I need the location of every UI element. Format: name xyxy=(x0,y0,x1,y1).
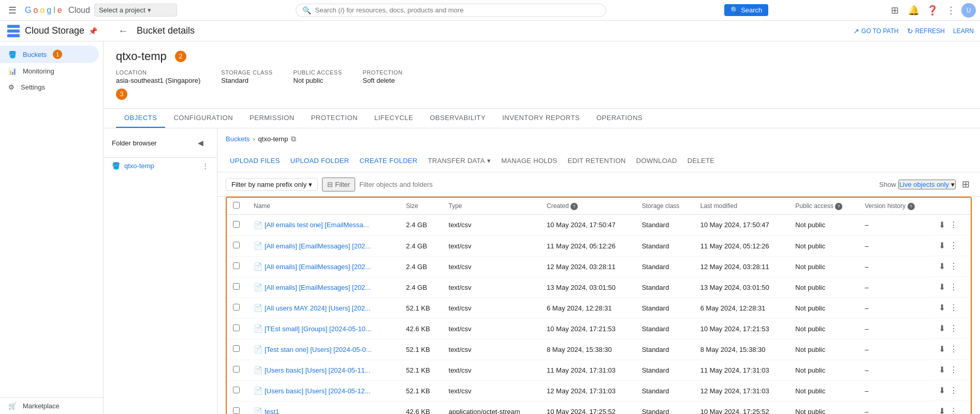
row-created-2: 12 May 2024, 03:28:11 xyxy=(540,256,636,277)
row-checkbox-1[interactable] xyxy=(233,242,240,248)
row-checkbox-0[interactable] xyxy=(233,221,240,228)
more-options-icon[interactable]: ⋮ xyxy=(943,2,959,19)
row-more-btn-6[interactable]: ⋮ xyxy=(948,343,959,355)
file-link-8[interactable]: [Users basic] [Users] [2024-05-12... xyxy=(265,387,370,395)
tab-lifecycle[interactable]: LIFECYCLE xyxy=(366,109,421,128)
sidebar-item-monitoring[interactable]: 📊 Monitoring xyxy=(0,63,99,79)
help-icon[interactable]: ❓ xyxy=(924,2,941,19)
row-more-btn-1[interactable]: ⋮ xyxy=(948,240,959,252)
table-row: 📄 [All users MAY 2024] [Users] [202... 5… xyxy=(227,298,971,318)
svg-rect-2 xyxy=(7,34,20,37)
created-info-icon[interactable]: ? xyxy=(571,203,578,210)
tab-permission[interactable]: PERMISSION xyxy=(241,109,303,128)
file-link-6[interactable]: [Test stan one] [Users] [2024-05-0... xyxy=(265,346,372,353)
tab-configuration[interactable]: CONFIGURATION xyxy=(165,109,241,128)
row-more-btn-0[interactable]: ⋮ xyxy=(948,219,959,231)
row-download-btn-7[interactable]: ⬇ xyxy=(938,364,946,376)
apps-icon[interactable]: ⊞ xyxy=(887,2,903,19)
row-more-btn-4[interactable]: ⋮ xyxy=(948,302,959,314)
file-link-5[interactable]: [TEst small] [Groups] [2024-05-10... xyxy=(265,325,371,333)
file-link-1[interactable]: [All emails] [EmailMessages] [202... xyxy=(265,242,371,250)
row-more-btn-2[interactable]: ⋮ xyxy=(948,260,959,272)
avatar[interactable]: U xyxy=(961,3,976,18)
tab-operations[interactable]: OPERATIONS xyxy=(588,109,651,128)
filter-input[interactable] xyxy=(359,181,875,188)
upload-folder-btn[interactable]: UPLOAD FOLDER xyxy=(286,154,354,168)
row-download-btn-8[interactable]: ⬇ xyxy=(938,385,946,396)
delete-btn[interactable]: DELETE xyxy=(683,154,719,168)
download-btn[interactable]: DOWNLOAD xyxy=(632,154,681,168)
go-to-path-link[interactable]: ↗ GO TO PATH xyxy=(853,27,899,35)
tab-observability[interactable]: OBSERVABILITY xyxy=(421,109,494,128)
file-link-7[interactable]: [Users basic] [Users] [2024-05-11... xyxy=(265,366,370,374)
row-download-btn-2[interactable]: ⬇ xyxy=(938,260,946,272)
row-checkbox-7[interactable] xyxy=(233,366,240,373)
row-more-btn-3[interactable]: ⋮ xyxy=(948,281,959,293)
row-checkbox-8[interactable] xyxy=(233,387,240,393)
row-checkbox-9[interactable] xyxy=(233,407,240,414)
tab-protection[interactable]: PROTECTION xyxy=(303,109,366,128)
transfer-data-btn[interactable]: TRANSFER DATA ▾ xyxy=(424,154,495,168)
menu-icon[interactable]: ☰ xyxy=(4,2,21,19)
file-icon-3: 📄 xyxy=(254,283,262,291)
sidebar-item-buckets[interactable]: 🪣 Buckets 1 xyxy=(0,46,99,63)
project-selector[interactable]: Select a project ▾ xyxy=(94,4,177,17)
row-download-btn-9[interactable]: ⬇ xyxy=(938,405,946,414)
sidebar-item-settings[interactable]: ⚙ Settings xyxy=(0,79,99,95)
row-more-btn-5[interactable]: ⋮ xyxy=(948,322,959,334)
row-download-btn-3[interactable]: ⬇ xyxy=(938,281,946,293)
file-link-0[interactable]: [All emails test one] [EmailMessa... xyxy=(265,221,369,229)
upload-files-btn[interactable]: UPLOAD FILES xyxy=(226,154,284,168)
copy-path-icon[interactable]: ⧉ xyxy=(291,135,296,143)
row-checkbox-4[interactable] xyxy=(233,304,240,310)
row-checkbox-6[interactable] xyxy=(233,345,240,352)
search-button[interactable]: 🔍 Search xyxy=(724,4,768,16)
search-input[interactable] xyxy=(315,6,599,14)
row-download-btn-5[interactable]: ⬇ xyxy=(938,322,946,334)
tab-objects[interactable]: OBJECTS xyxy=(116,109,165,128)
density-toggle-btn[interactable]: ⊞ xyxy=(960,176,972,192)
row-checkbox-2[interactable] xyxy=(233,262,240,269)
pin-icon[interactable]: 📌 xyxy=(89,27,97,35)
create-folder-btn[interactable]: CREATE FOLDER xyxy=(356,154,422,168)
file-link-2[interactable]: [All emails] [EmailMessages] [202... xyxy=(265,263,371,271)
learn-link[interactable]: LEARN xyxy=(953,27,974,35)
file-link-3[interactable]: [All emails] [EmailMessages] [202... xyxy=(265,284,371,291)
row-checkbox-5[interactable] xyxy=(233,324,240,331)
header-checkbox[interactable] xyxy=(233,202,240,209)
table-row: 📄 [Users basic] [Users] [2024-05-11... 5… xyxy=(227,360,971,380)
filter-icon-btn[interactable]: ⊟ Filter xyxy=(322,178,355,191)
manage-holds-btn[interactable]: MANAGE HOLDS xyxy=(497,154,561,168)
notifications-icon[interactable]: 🔔 xyxy=(905,2,922,19)
row-download-btn-1[interactable]: ⬇ xyxy=(938,240,946,252)
row-name-1: 📄 [All emails] [EmailMessages] [202... xyxy=(247,235,400,256)
location-group: Location asia-southeast1 (Singapore) xyxy=(116,69,200,84)
row-download-btn-4[interactable]: ⬇ xyxy=(938,302,946,314)
tab-inventory-reports[interactable]: INVENTORY REPORTS xyxy=(494,109,588,128)
row-more-btn-9[interactable]: ⋮ xyxy=(948,405,959,414)
folder-item-qtxo-temp[interactable]: 🪣 qtxo-temp ⋮ xyxy=(104,158,217,174)
folder-more-icon[interactable]: ⋮ xyxy=(202,162,209,170)
back-button[interactable]: ← xyxy=(116,23,130,39)
breadcrumb-buckets-link[interactable]: Buckets xyxy=(226,135,250,143)
file-link-4[interactable]: [All users MAY 2024] [Users] [202... xyxy=(265,304,371,312)
public-access-info-icon[interactable]: ? xyxy=(835,203,842,210)
live-objects-btn[interactable]: Live objects only ▾ xyxy=(898,180,956,189)
refresh-link[interactable]: ↻ REFRESH xyxy=(907,27,945,35)
edit-retention-btn[interactable]: EDIT RETENTION xyxy=(563,154,630,168)
topbar: ☰ Google Cloud Select a project ▾ 🔍 🔍 Se… xyxy=(0,0,980,21)
public-access-label: Public access xyxy=(294,69,342,76)
row-more-btn-8[interactable]: ⋮ xyxy=(948,385,959,396)
header-version-history: Version history ? xyxy=(859,198,931,215)
collapse-folder-panel-btn[interactable]: ◀ xyxy=(192,135,209,151)
file-link-9[interactable]: test1 xyxy=(265,408,279,415)
bucket-badge: 2 xyxy=(175,51,186,62)
version-history-info-icon[interactable]: ? xyxy=(908,203,915,210)
filter-prefix-btn[interactable]: Filter by name prefix only ▾ xyxy=(226,178,318,191)
row-version-history-3: – xyxy=(859,277,931,298)
row-download-btn-6[interactable]: ⬇ xyxy=(938,343,946,355)
row-more-btn-7[interactable]: ⋮ xyxy=(948,364,959,376)
row-download-btn-0[interactable]: ⬇ xyxy=(938,219,946,231)
sidebar-item-marketplace[interactable]: 🛒 Marketplace xyxy=(0,398,99,414)
row-checkbox-3[interactable] xyxy=(233,283,240,290)
